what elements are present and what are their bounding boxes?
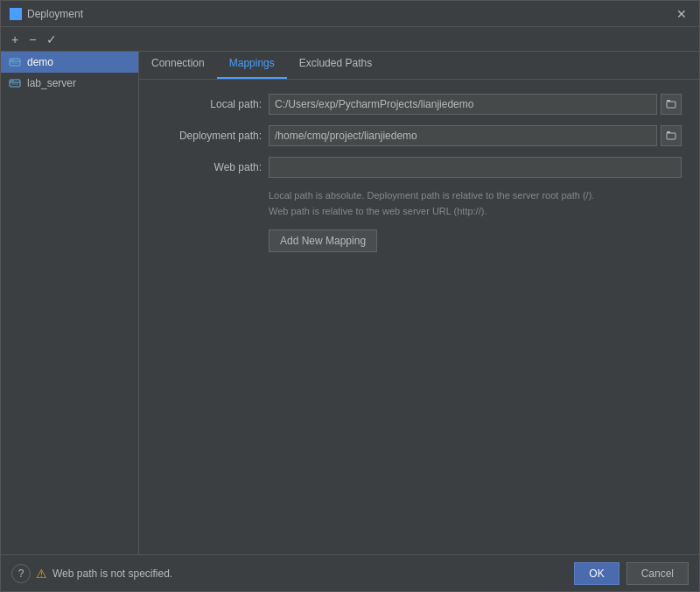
- warning-section: ? ⚠ Web path is not specified.: [11, 564, 172, 583]
- tab-connection[interactable]: Connection: [139, 52, 217, 79]
- ok-button[interactable]: OK: [574, 562, 619, 585]
- server-icon-demo: [8, 55, 22, 69]
- svg-rect-14: [667, 102, 676, 108]
- svg-point-6: [10, 60, 11, 60]
- web-path-input[interactable]: [269, 157, 682, 178]
- title-bar: Deployment ✕: [1, 1, 699, 27]
- add-toolbar-button[interactable]: +: [8, 32, 22, 47]
- svg-point-7: [12, 60, 13, 60]
- remove-toolbar-button[interactable]: −: [25, 32, 39, 47]
- dialog-buttons: OK Cancel: [574, 562, 689, 585]
- right-panel: Connection Mappings Excluded Paths Local…: [139, 52, 699, 554]
- local-path-input-wrapper: [269, 94, 682, 115]
- deployment-path-browse-button[interactable]: [661, 125, 682, 146]
- web-path-input-wrapper: [269, 157, 682, 178]
- sidebar-item-lab-label: lab_server: [27, 77, 76, 89]
- bottom-bar: ? ⚠ Web path is not specified. OK Cancel: [1, 554, 699, 591]
- svg-point-2: [11, 11, 13, 12]
- dialog-title: Deployment: [27, 8, 83, 20]
- svg-rect-13: [11, 84, 18, 85]
- panel-content: Local path: Deployment path:: [139, 80, 699, 554]
- check-toolbar-button[interactable]: ✓: [43, 32, 60, 47]
- deployment-path-input[interactable]: [269, 125, 657, 146]
- warning-text: Web path is not specified.: [52, 567, 172, 580]
- info-line2: Web path is relative to the web server U…: [269, 204, 682, 220]
- help-button[interactable]: ?: [11, 564, 31, 583]
- app-icon: [10, 8, 22, 20]
- deployment-path-input-wrapper: [269, 125, 682, 146]
- cancel-button[interactable]: Cancel: [626, 562, 689, 585]
- sidebar-item-lab-server[interactable]: lab_server: [1, 73, 138, 94]
- svg-point-11: [10, 81, 11, 81]
- sidebar-item-demo[interactable]: demo: [1, 52, 138, 73]
- web-path-row: Web path:: [157, 157, 682, 178]
- web-path-label: Web path:: [157, 161, 262, 173]
- local-path-input[interactable]: [269, 94, 657, 115]
- svg-rect-16: [667, 133, 676, 139]
- tabs: Connection Mappings Excluded Paths: [139, 52, 699, 80]
- toolbar: + − ✓: [1, 27, 699, 52]
- local-path-label: Local path:: [157, 98, 262, 110]
- title-bar-left: Deployment: [10, 8, 83, 20]
- svg-point-3: [14, 11, 16, 12]
- local-path-row: Local path:: [157, 94, 682, 115]
- svg-rect-8: [11, 63, 18, 64]
- tab-excluded-paths[interactable]: Excluded Paths: [287, 52, 384, 79]
- close-button[interactable]: ✕: [673, 6, 690, 22]
- svg-rect-17: [667, 131, 670, 133]
- info-line1: Local path is absolute. Deployment path …: [269, 188, 682, 204]
- svg-point-12: [12, 81, 13, 81]
- deployment-path-row: Deployment path:: [157, 125, 682, 146]
- server-icon-lab: [8, 76, 22, 90]
- main-content: demo lab_server C: [1, 52, 699, 554]
- sidebar-item-demo-label: demo: [27, 56, 53, 68]
- info-text: Local path is absolute. Deployment path …: [269, 188, 682, 219]
- deployment-path-label: Deployment path:: [157, 130, 262, 142]
- deployment-dialog: Deployment ✕ + − ✓ demo: [0, 0, 700, 592]
- tab-mappings[interactable]: Mappings: [217, 52, 287, 79]
- sidebar: demo lab_server: [1, 52, 139, 554]
- local-path-browse-button[interactable]: [661, 94, 682, 115]
- add-mapping-button[interactable]: Add New Mapping: [269, 229, 377, 252]
- svg-rect-15: [667, 100, 670, 102]
- warning-icon: ⚠: [36, 567, 47, 581]
